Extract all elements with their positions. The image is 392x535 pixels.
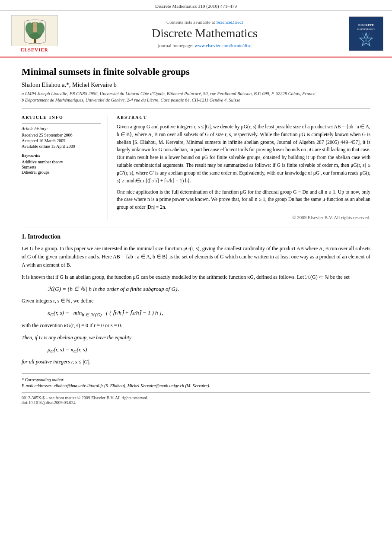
intro-paragraph-3: Given integers r, s ∈ ℕ, we define bbox=[22, 297, 370, 305]
abstract-p2: One nice application is the full determi… bbox=[117, 188, 370, 211]
keywords-label: Keywords: bbox=[22, 153, 101, 158]
footnotes: * Corresponding author. E-mail addresses… bbox=[22, 373, 370, 388]
journal-title: Discrete Mathematics bbox=[65, 26, 344, 40]
accepted-date: Accepted 16 March 2009 bbox=[22, 138, 101, 143]
footer-info: 0012-365X/$ – see front matter © 2009 El… bbox=[22, 392, 370, 405]
online-date: Available online 15 April 2009 bbox=[22, 144, 101, 149]
svg-rect-7 bbox=[33, 26, 37, 32]
math-hG: ℋ(G) = {h ∈ ℕ | h is the order of a fini… bbox=[48, 286, 370, 293]
keyword-1: Additive number theory bbox=[22, 159, 101, 164]
article-info-title: ARTICLE INFO bbox=[22, 115, 101, 120]
divider-2 bbox=[22, 227, 370, 227]
intro-paragraph-2: It is known that if G is an abelian grou… bbox=[22, 273, 370, 281]
abstract-text: Given a group G and positive integers r,… bbox=[117, 123, 370, 211]
main-content: Minimal sumsets in finite solvable group… bbox=[0, 57, 392, 414]
math-muG: μG(r, s) = κG(r, s) bbox=[48, 346, 370, 354]
article-title: Minimal sumsets in finite solvable group… bbox=[22, 66, 370, 77]
authors: Shalom Eliahou a,*, Michel Kervaire b bbox=[22, 82, 370, 89]
keyword-2: Sumsets bbox=[22, 165, 101, 169]
info-abstract-columns: ARTICLE INFO Article history: Received 2… bbox=[22, 115, 370, 220]
intro-paragraph-5: Then, if G is any abelian group, we have… bbox=[22, 334, 370, 342]
journal-center: Contents lists available at ScienceDirec… bbox=[65, 19, 344, 48]
abstract-section: ABSTRACT Given a group G and positive in… bbox=[117, 115, 370, 220]
footer-doi: doi:10.1016/j.disc.2009.03.024 bbox=[22, 400, 370, 405]
svg-text:DISCRETE: DISCRETE bbox=[358, 23, 374, 27]
svg-point-5 bbox=[36, 22, 45, 35]
elsevier-logo: ELSEVIER bbox=[9, 15, 61, 52]
svg-point-6 bbox=[33, 22, 37, 26]
math-kG: κG(r, s) = minh ∈ ℋ(G) { ( ⌈r/h⌉ + ⌈s/h⌉… bbox=[48, 309, 370, 318]
svg-point-4 bbox=[25, 22, 34, 35]
divider-1 bbox=[22, 108, 370, 109]
elsevier-wordmark: ELSEVIER bbox=[21, 47, 48, 52]
keyword-3: Dihedral groups bbox=[22, 170, 101, 175]
footnote-email: E-mail addresses: eliahou@lma.univ-litto… bbox=[22, 383, 370, 388]
journal-thumbnail: DISCRETE MATHEMATICS bbox=[349, 16, 383, 51]
journal-homepage: journal homepage: www.elsevier.com/locat… bbox=[65, 43, 344, 48]
info-divider bbox=[22, 123, 101, 124]
affiliation-b: b Département de Mathématiques, Universi… bbox=[22, 98, 370, 102]
abstract-p1: Given a group G and positive integers r,… bbox=[117, 123, 370, 185]
section-title: 1. Introduction bbox=[22, 233, 370, 240]
received-date: Received 25 September 2006 bbox=[22, 133, 101, 137]
footnote-corresponding: * Corresponding author. bbox=[22, 377, 370, 382]
abstract-title: ABSTRACT bbox=[117, 115, 370, 120]
footer-issn: 0012-365X/$ – see front matter © 2009 El… bbox=[22, 395, 370, 400]
affiliation-a: a LMPA Joseph Liouville, FR CNRS 2956, U… bbox=[22, 91, 370, 96]
intro-paragraph-6: for all positive integers r, s ≤ |G|. bbox=[22, 358, 370, 366]
sciencedirect-line: Contents lists available at ScienceDirec… bbox=[65, 19, 344, 25]
sciencedirect-link[interactable]: ScienceDirect bbox=[216, 19, 243, 25]
intro-paragraph-1: Let G be a group. In this paper we are i… bbox=[22, 245, 370, 270]
journal-reference: Discrete Mathematics 310 (2010) 471–479 bbox=[0, 0, 392, 11]
history-label: Article history: bbox=[22, 126, 101, 131]
journal-header: ELSEVIER Contents lists available at Sci… bbox=[0, 11, 392, 57]
copyright: © 2009 Elsevier B.V. All rights reserved… bbox=[117, 215, 370, 220]
svg-text:MATHEMATICS: MATHEMATICS bbox=[357, 28, 376, 31]
article-info: ARTICLE INFO Article history: Received 2… bbox=[22, 115, 108, 220]
section-introduction: 1. Introduction Let G be a group. In thi… bbox=[22, 233, 370, 366]
intro-paragraph-4: with the convention κG(r, s) = 0 if r = … bbox=[22, 322, 370, 330]
homepage-link[interactable]: www.elsevier.com/locate/disc bbox=[194, 43, 251, 48]
